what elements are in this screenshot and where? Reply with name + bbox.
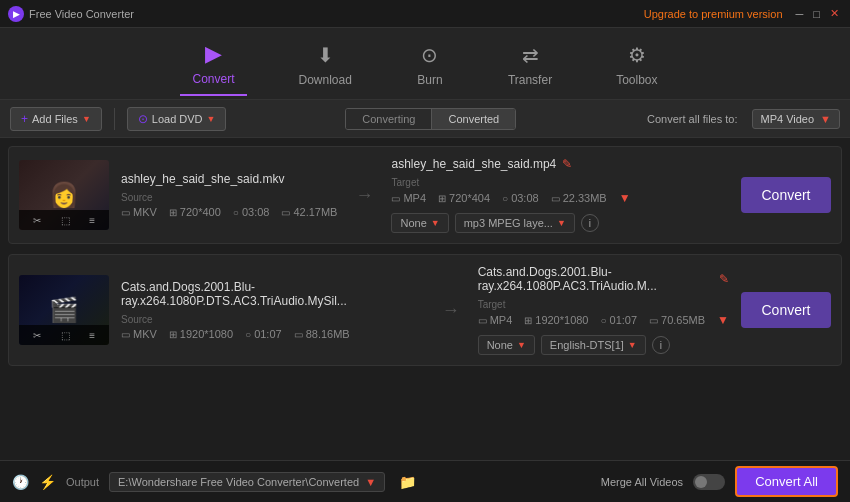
load-dvd-button[interactable]: ⊙ Load DVD ▼ <box>127 107 227 131</box>
status-bar: 🕐 ⚡ Output E:\Wondershare Free Video Con… <box>0 460 850 502</box>
crop-icon-1[interactable]: ⬚ <box>61 215 70 226</box>
thumb-tools-1: ✂ ⬚ ≡ <box>19 210 109 230</box>
audio-select-1[interactable]: mp3 MPEG laye... ▼ <box>455 213 575 233</box>
source-size-2: ▭ 88.16MB <box>294 328 350 340</box>
upgrade-link[interactable]: Upgrade to premium version <box>644 8 783 20</box>
add-files-button[interactable]: + Add Files ▼ <box>10 107 102 131</box>
target-name-row-2: Cats.and.Dogs.2001.Blu-ray.x264.1080P.AC… <box>478 265 729 293</box>
source-size-icon-2: ▭ <box>294 329 303 340</box>
nav-transfer[interactable]: ⇄ Transfer <box>496 33 564 95</box>
convert-all-button[interactable]: Convert All <box>735 466 838 497</box>
target-format-icon-2: ▭ <box>478 315 487 326</box>
add-files-chevron: ▼ <box>82 114 91 124</box>
load-dvd-chevron: ▼ <box>207 114 216 124</box>
source-dur-icon-2: ○ <box>245 329 251 340</box>
logo-icon: ▶ <box>8 6 24 22</box>
source-resolution-1: ⊞ 720*400 <box>169 206 221 218</box>
source-format-icon-2: ▭ <box>121 329 130 340</box>
source-size-icon-1: ▭ <box>281 207 290 218</box>
arrow-2: → <box>436 300 466 321</box>
target-dur-icon-2: ○ <box>601 315 607 326</box>
close-btn[interactable]: ✕ <box>827 7 842 20</box>
output-label: Output <box>66 476 99 488</box>
target-bottom-2: None ▼ English-DTS[1] ▼ i <box>478 335 729 355</box>
maximize-btn[interactable]: □ <box>810 8 823 20</box>
nav-toolbox[interactable]: ⚙ Toolbox <box>604 33 669 95</box>
lightning-icon[interactable]: ⚡ <box>39 474 56 490</box>
source-duration-2: ○ 01:07 <box>245 328 282 340</box>
source-duration-1: ○ 03:08 <box>233 206 270 218</box>
target-size-icon-1: ▭ <box>551 193 560 204</box>
target-size-2: ▭ 70.65MB <box>649 314 705 326</box>
file-list: 👩 ✂ ⬚ ≡ ashley_he_said_she_said.mkv Sour… <box>0 138 850 460</box>
target-format-1: ▭ MP4 <box>391 192 426 204</box>
subtitle-chevron-2: ▼ <box>517 340 526 350</box>
convert-button-2[interactable]: Convert <box>741 292 831 328</box>
minimize-btn[interactable]: ─ <box>793 8 807 20</box>
toolbar: + Add Files ▼ ⊙ Load DVD ▼ Converting Co… <box>0 100 850 138</box>
target-label-2: Target <box>478 299 729 310</box>
format-select[interactable]: MP4 Video ▼ <box>752 109 841 129</box>
edit-icon-1[interactable]: ✎ <box>562 157 572 171</box>
target-resolution-2: ⊞ 1920*1080 <box>524 314 588 326</box>
subtitle-select-2[interactable]: None ▼ <box>478 335 535 355</box>
source-format-2: ▭ MKV <box>121 328 157 340</box>
load-dvd-label: Load DVD <box>152 113 203 125</box>
source-dur-icon-1: ○ <box>233 207 239 218</box>
target-bottom-1: None ▼ mp3 MPEG laye... ▼ i <box>391 213 729 233</box>
source-format-icon-1: ▭ <box>121 207 130 218</box>
nav-burn[interactable]: ⊙ Burn <box>404 33 456 95</box>
list-icon-1[interactable]: ≡ <box>89 215 95 226</box>
transfer-nav-icon: ⇄ <box>516 41 544 69</box>
source-label-1: Source <box>121 192 337 203</box>
target-dur-icon-1: ○ <box>502 193 508 204</box>
source-res-icon-2: ⊞ <box>169 329 177 340</box>
tab-converted[interactable]: Converted <box>432 109 515 129</box>
app-logo: ▶ Free Video Converter <box>8 6 134 22</box>
info-icon-1[interactable]: i <box>581 214 599 232</box>
nav-bar: ▶ Convert ⬇ Download ⊙ Burn ⇄ Transfer ⚙… <box>0 28 850 100</box>
target-chevron-1[interactable]: ▼ <box>619 191 631 205</box>
audio-select-2[interactable]: English-DTS[1] ▼ <box>541 335 646 355</box>
nav-convert[interactable]: ▶ Convert <box>180 32 246 96</box>
edit-icon-2[interactable]: ✎ <box>719 272 729 286</box>
target-chevron-2[interactable]: ▼ <box>717 313 729 327</box>
merge-toggle[interactable] <box>693 474 725 490</box>
target-res-icon-1: ⊞ <box>438 193 446 204</box>
convert-button-1[interactable]: Convert <box>741 177 831 213</box>
target-res-icon-2: ⊞ <box>524 315 532 326</box>
source-block-1: ashley_he_said_she_said.mkv Source ▭ MKV… <box>121 172 337 218</box>
window-controls: ─ □ ✕ <box>793 7 842 20</box>
tab-converting[interactable]: Converting <box>346 109 432 129</box>
nav-convert-label: Convert <box>192 72 234 86</box>
source-filename-1: ashley_he_said_she_said.mkv <box>121 172 337 186</box>
source-format-1: ▭ MKV <box>121 206 157 218</box>
convert-all-files-label: Convert all files to: <box>647 113 737 125</box>
source-meta-2: ▭ MKV ⊞ 1920*1080 ○ 01:07 ▭ 88.16MB <box>121 328 424 340</box>
crop-icon-2[interactable]: ⬚ <box>61 330 70 341</box>
merge-label: Merge All Videos <box>601 476 683 488</box>
target-duration-1: ○ 03:08 <box>502 192 539 204</box>
output-path-text: E:\Wondershare Free Video Converter\Conv… <box>118 476 359 488</box>
scissors-icon-1[interactable]: ✂ <box>33 215 41 226</box>
clock-icon[interactable]: 🕐 <box>12 474 29 490</box>
subtitle-select-1[interactable]: None ▼ <box>391 213 448 233</box>
list-icon-2[interactable]: ≡ <box>89 330 95 341</box>
app-name: Free Video Converter <box>29 8 134 20</box>
scissors-icon-2[interactable]: ✂ <box>33 330 41 341</box>
nav-burn-label: Burn <box>417 73 442 87</box>
add-files-label: Add Files <box>32 113 78 125</box>
source-meta-1: ▭ MKV ⊞ 720*400 ○ 03:08 ▭ 42.17MB <box>121 206 337 218</box>
target-format-2: ▭ MP4 <box>478 314 513 326</box>
target-duration-2: ○ 01:07 <box>601 314 638 326</box>
target-filename-1: ashley_he_said_she_said.mp4 <box>391 157 556 171</box>
target-meta-1: ▭ MP4 ⊞ 720*404 ○ 03:08 ▭ 22.33MB ▼ <box>391 191 729 205</box>
folder-icon[interactable]: 📁 <box>399 474 416 490</box>
output-path[interactable]: E:\Wondershare Free Video Converter\Conv… <box>109 472 385 492</box>
download-nav-icon: ⬇ <box>311 41 339 69</box>
source-label-2: Source <box>121 314 424 325</box>
target-meta-2: ▭ MP4 ⊞ 1920*1080 ○ 01:07 ▭ 70.65MB ▼ <box>478 313 729 327</box>
nav-download[interactable]: ⬇ Download <box>287 33 364 95</box>
thumb-tools-2: ✂ ⬚ ≡ <box>19 325 109 345</box>
info-icon-2[interactable]: i <box>652 336 670 354</box>
